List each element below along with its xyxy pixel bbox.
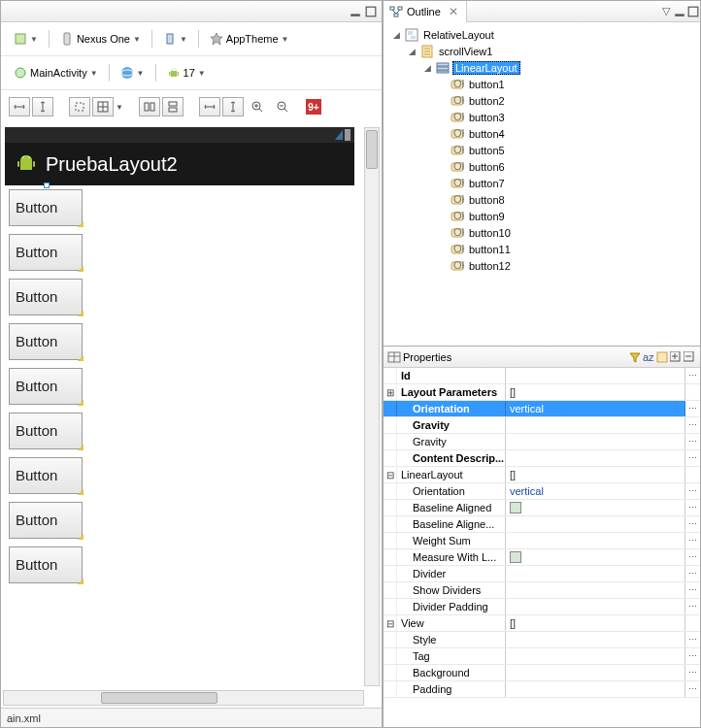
prop-id[interactable]: Id⋯ xyxy=(384,368,700,384)
preview-button[interactable]: Button xyxy=(9,413,83,449)
prop-measure[interactable]: Measure With L...⋯ xyxy=(384,549,700,566)
svg-line-34 xyxy=(392,10,396,14)
device-dropdown[interactable]: Nexus One▼ xyxy=(55,28,146,50)
view-menu-icon[interactable]: ▽ xyxy=(659,5,673,18)
locale-dropdown[interactable]: ▼ xyxy=(116,62,150,83)
svg-rect-27 xyxy=(17,161,19,167)
tree-row-button[interactable]: OKbutton11 xyxy=(385,241,698,257)
prop-content-desc[interactable]: Content Descrip...⋯ xyxy=(384,450,700,467)
maximize-icon[interactable] xyxy=(364,5,378,18)
tree-row-linearlayout[interactable]: ◢ LinearLayout xyxy=(385,59,698,76)
prop-orientation[interactable]: Orientationvertical⋯ xyxy=(384,401,700,417)
preview-button[interactable]: Button xyxy=(9,234,83,271)
config-dropdown[interactable]: ▼ xyxy=(9,28,43,50)
preview-button[interactable]: Button xyxy=(9,457,83,494)
tree-row-button[interactable]: OKbutton5 xyxy=(385,142,698,158)
tree-row-button[interactable]: OKbutton7 xyxy=(385,175,698,191)
android-status-bar xyxy=(5,127,354,143)
svg-text:OK: OK xyxy=(453,226,464,238)
svg-rect-43 xyxy=(437,67,449,70)
tree-row-button[interactable]: OKbutton4 xyxy=(385,125,698,142)
prop-layout-params[interactable]: ⊞Layout Parameters[] xyxy=(384,384,700,401)
zoom-in-icon[interactable] xyxy=(246,96,269,117)
properties-pane: Properties az Id⋯ ⊞Layout Parameters[] O… xyxy=(383,347,701,728)
svg-rect-42 xyxy=(437,63,449,66)
prop-gravity[interactable]: Gravity⋯ xyxy=(384,417,700,434)
tree-row-button[interactable]: OKbutton9 xyxy=(385,208,698,224)
layout-cols-icon[interactable] xyxy=(139,97,160,116)
prop-weight[interactable]: Weight Sum⋯ xyxy=(384,533,700,549)
activity-label: MainActivity xyxy=(30,67,87,79)
tree-row-relativelayout[interactable]: ◢ RelativeLayout xyxy=(385,26,698,43)
fit-h-icon[interactable] xyxy=(199,97,220,116)
prop-baseline[interactable]: Baseline Aligned⋯ xyxy=(384,500,700,516)
expand-h-icon[interactable] xyxy=(9,97,30,116)
properties-table[interactable]: Id⋯ ⊞Layout Parameters[] Orientationvert… xyxy=(384,368,700,727)
activity-toolbar: MainActivity▼ ▼ 17▼ xyxy=(1,55,382,89)
collapse-icon[interactable] xyxy=(683,350,696,364)
show-grid-icon[interactable] xyxy=(92,97,114,116)
sort-icon[interactable]: az xyxy=(642,350,655,364)
show-outline-icon[interactable] xyxy=(69,97,90,116)
outline-tree[interactable]: ◢ RelativeLayout ◢ scrollView1 ◢ LinearL… xyxy=(384,22,700,346)
svg-rect-2 xyxy=(16,34,25,44)
close-icon[interactable]: ✕ xyxy=(449,5,458,18)
preview-button[interactable]: Button xyxy=(9,546,83,583)
svg-rect-1 xyxy=(366,7,376,17)
editor-tab[interactable]: ain.xml xyxy=(1,708,382,727)
outline-tab[interactable]: Outline ✕ xyxy=(384,1,467,22)
tree-row-button[interactable]: OKbutton12 xyxy=(385,257,698,274)
preview-button[interactable]: Button xyxy=(9,279,83,315)
api-dropdown[interactable]: 17▼ xyxy=(162,62,211,83)
tree-row-button[interactable]: OKbutton8 xyxy=(385,191,698,208)
preview-button[interactable]: Button xyxy=(9,368,83,405)
prop-baseline-idx[interactable]: Baseline Aligne...⋯ xyxy=(384,516,700,533)
orientation-dropdown[interactable]: ▼ xyxy=(158,28,192,50)
prop-linearlayout[interactable]: ⊟LinearLayout[] xyxy=(384,467,700,483)
expand-icon[interactable] xyxy=(669,350,683,364)
advanced-icon[interactable] xyxy=(655,350,669,364)
prop-padding[interactable]: Padding⋯ xyxy=(384,681,700,698)
preview-button[interactable]: Button xyxy=(9,502,83,539)
prop-div-padding[interactable]: Divider Padding⋯ xyxy=(384,599,700,615)
prop-gravity2[interactable]: Gravity⋯ xyxy=(384,434,700,450)
tree-row-button[interactable]: OKbutton3 xyxy=(385,109,698,125)
preview-button[interactable]: Button xyxy=(9,323,83,360)
tree-row-button[interactable]: OKbutton10 xyxy=(385,224,698,241)
expand-v-icon[interactable] xyxy=(32,97,53,116)
svg-rect-11 xyxy=(76,103,83,111)
svg-text:OK: OK xyxy=(453,210,464,221)
tree-row-button[interactable]: OKbutton2 xyxy=(385,92,698,109)
android-title-bar: PruebaLayout2 xyxy=(5,143,354,185)
preview-button[interactable]: Button xyxy=(9,189,83,226)
prop-tag[interactable]: Tag⋯ xyxy=(384,648,700,665)
prop-background[interactable]: Background⋯ xyxy=(384,665,700,681)
layout-rows-icon[interactable] xyxy=(162,97,184,116)
prop-orientation2[interactable]: Orientationvertical⋯ xyxy=(384,483,700,500)
svg-rect-8 xyxy=(171,71,177,77)
activity-dropdown[interactable]: MainActivity▼ xyxy=(9,62,103,83)
minimize-icon[interactable] xyxy=(349,5,362,18)
svg-rect-32 xyxy=(398,7,402,10)
preview-v-scrollbar[interactable] xyxy=(364,127,380,686)
zoom-out-icon[interactable] xyxy=(271,96,294,117)
svg-rect-16 xyxy=(150,103,154,111)
preview-h-scrollbar[interactable] xyxy=(3,690,364,706)
lint-badge[interactable]: 9+ xyxy=(306,99,321,115)
prop-style[interactable]: Style⋯ xyxy=(384,632,700,648)
tree-row-scrollview[interactable]: ◢ scrollView1 xyxy=(385,43,698,59)
device-preview-area: PruebaLayout2 ButtonButtonButtonButtonBu… xyxy=(1,123,382,708)
svg-rect-10 xyxy=(177,72,179,76)
maximize-icon[interactable] xyxy=(686,5,700,18)
fit-v-icon[interactable] xyxy=(222,97,244,116)
theme-dropdown[interactable]: AppTheme▼ xyxy=(205,28,294,50)
prop-show-dividers[interactable]: Show Dividers⋯ xyxy=(384,582,700,599)
minimize-icon[interactable] xyxy=(673,5,686,18)
filter-icon[interactable] xyxy=(628,350,642,364)
tree-row-button[interactable]: OKbutton1 xyxy=(385,76,698,92)
tree-row-button[interactable]: OKbutton6 xyxy=(385,158,698,175)
prop-divider[interactable]: Divider⋯ xyxy=(384,566,700,582)
api-label: 17 xyxy=(184,67,195,79)
prop-view[interactable]: ⊟View[] xyxy=(384,615,700,632)
device-preview[interactable]: PruebaLayout2 ButtonButtonButtonButtonBu… xyxy=(5,127,364,686)
